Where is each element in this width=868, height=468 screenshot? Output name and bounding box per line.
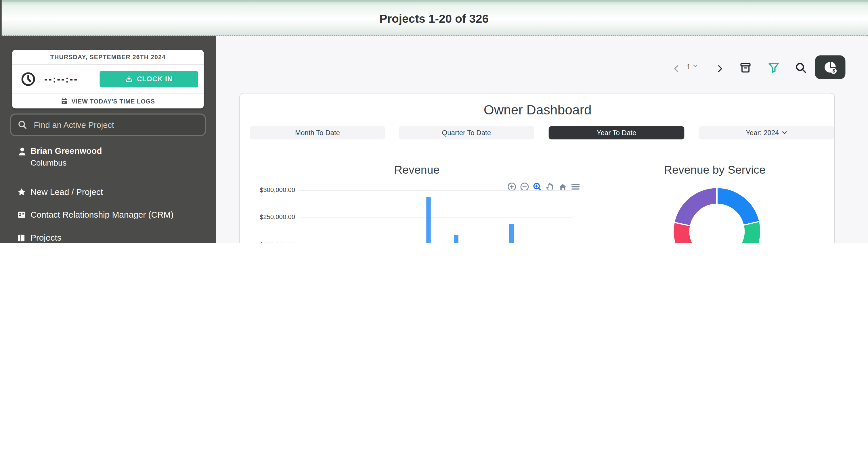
y-tick-label: $200,000.00: [260, 241, 295, 243]
top-header-bar: Projects 1-20 of 326: [0, 0, 868, 36]
time-clock-card: THURSDAY, SEPTEMBER 26TH 2024 --:--:-- C…: [12, 50, 204, 108]
view-time-logs-button[interactable]: VIEW TODAY'S TIME LOGS: [12, 93, 204, 108]
tab-label: Month To Date: [295, 129, 340, 137]
y-tick-label: $250,000.00: [260, 214, 295, 221]
project-search-input[interactable]: [33, 120, 198, 130]
y-axis-labels: $0.00$50,000.00$100,000.00$150,000.00$20…: [243, 190, 295, 243]
svg-text:$: $: [832, 68, 835, 73]
tab-label: Quarter To Date: [442, 129, 491, 137]
sidebar-item-label: Contact Relationship Manager (CRM): [30, 210, 174, 220]
revenue-bar-chart[interactable]: [300, 190, 572, 243]
revenue-report-button[interactable]: $: [815, 56, 845, 79]
sidebar: THURSDAY, SEPTEMBER 26TH 2024 --:--:-- C…: [0, 36, 216, 243]
menu-icon[interactable]: [571, 182, 580, 192]
revenue-by-service-title: Revenue by Service: [594, 163, 836, 176]
view-time-logs-label: VIEW TODAY'S TIME LOGS: [72, 98, 155, 104]
sidebar-menu: New Lead / ProjectContact Relationship M…: [0, 180, 216, 243]
clock-icon: [21, 72, 35, 86]
user-name: Brian Greenwood: [30, 146, 102, 156]
donut-slice[interactable]: [717, 188, 760, 225]
donut-slice[interactable]: [741, 221, 761, 243]
clock-in-label: CLOCK IN: [137, 75, 173, 83]
filter-icon[interactable]: [768, 62, 779, 74]
sidebar-edge: [0, 0, 2, 243]
sidebar-item-projects[interactable]: Projects: [0, 227, 216, 243]
project-search-box: [10, 113, 206, 136]
search-icon[interactable]: [795, 62, 806, 74]
chevron-down-icon: [782, 130, 787, 135]
sidebar-item-label: New Lead / Project: [30, 187, 103, 197]
tab-label: Year: 2024: [746, 129, 779, 137]
tab-year-2024[interactable]: Year: 2024: [699, 126, 834, 139]
chevron-down-icon: [693, 63, 698, 68]
donut-slice[interactable]: [674, 188, 717, 226]
clock-in-icon: [125, 75, 133, 83]
user-icon: [17, 146, 27, 157]
sidebar-item-new-lead-project[interactable]: New Lead / Project: [0, 180, 216, 203]
next-page-button[interactable]: [716, 64, 724, 74]
dashboard-card: Owner Dashboard Month To DateQuarter To …: [239, 93, 835, 243]
pie-dollar-icon: $: [823, 60, 838, 74]
elapsed-time-display: --:--:--: [44, 74, 78, 86]
home-icon[interactable]: [558, 182, 567, 192]
user-location: Columbus: [30, 158, 67, 167]
goal-lines: [300, 190, 572, 243]
app-window: Projects 1-20 of 326 THURSDAY, SEPTEMBER…: [0, 0, 868, 243]
current-date-label: THURSDAY, SEPTEMBER 26TH 2024: [12, 50, 204, 65]
pan-icon[interactable]: [545, 182, 555, 192]
sidebar-item-label: Projects: [30, 233, 62, 243]
page-number-dropdown[interactable]: 1: [686, 63, 698, 71]
zoom-out-icon[interactable]: [520, 182, 529, 192]
donut-slice[interactable]: [717, 188, 717, 204]
archive-icon[interactable]: [740, 62, 751, 74]
page-title: Projects 1-20 of 326: [0, 2, 868, 36]
star-icon: [17, 188, 26, 196]
sidebar-item-contact-relationship-manager-crm[interactable]: Contact Relationship Manager (CRM): [0, 203, 216, 227]
dashboard-title: Owner Dashboard: [240, 102, 836, 118]
tab-label: Year To Date: [597, 129, 637, 137]
prev-page-button[interactable]: [672, 64, 680, 74]
revenue-by-service-donut[interactable]: [667, 181, 767, 243]
page-number: 1: [686, 63, 690, 71]
id-card-icon: [17, 210, 26, 219]
revenue-chart-title: Revenue: [240, 163, 594, 176]
tab-quarter-to-date[interactable]: Quarter To Date: [399, 126, 534, 139]
calendar-check-icon: [61, 98, 68, 104]
toolbar: 1 $: [216, 36, 868, 86]
chart-toolbar: [507, 182, 580, 192]
tab-year-to-date[interactable]: Year To Date: [549, 126, 684, 139]
zoom-in-icon[interactable]: [507, 182, 517, 192]
main-content: 1 $ Owner Dashboard Month T: [216, 36, 868, 243]
clock-in-button[interactable]: CLOCK IN: [100, 71, 198, 88]
projects-icon: [17, 233, 26, 242]
box-zoom-icon[interactable]: [533, 182, 542, 192]
search-icon: [18, 120, 27, 130]
y-tick-label: $300,000.00: [260, 187, 295, 193]
tab-month-to-date[interactable]: Month To Date: [250, 126, 385, 139]
